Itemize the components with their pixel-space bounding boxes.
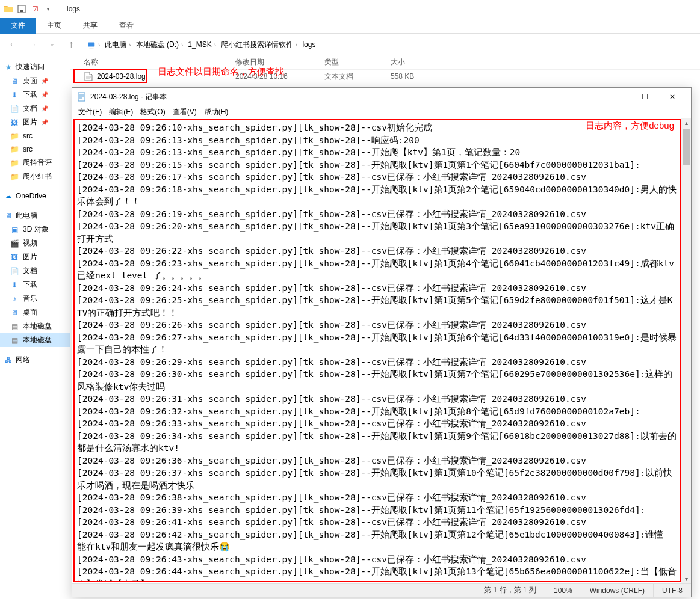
folder-icon: 📁 [10, 158, 19, 168]
breadcrumb-segment[interactable]: 爬小红书搜索详情软件› [218, 40, 300, 50]
sidebar-item-drive[interactable]: ▤本地磁盘 [0, 319, 70, 333]
tab-view[interactable]: 查看 [108, 18, 144, 34]
cube-icon: ▣ [10, 225, 19, 235]
sidebar-network[interactable]: 🖧网络 [0, 353, 70, 367]
qat-dropdown-icon[interactable]: ▾ [42, 3, 54, 15]
qat-check-icon[interactable]: ☑ [29, 3, 41, 15]
folder-icon: 📁 [10, 172, 19, 182]
sidebar-item-pictures[interactable]: 🖼图片 [0, 250, 70, 264]
ribbon-tabs: 文件 主页 共享 查看 [0, 18, 700, 34]
file-date: 2024/3/28 10:16 [231, 72, 320, 81]
sidebar-item-documents[interactable]: 📄文档 [0, 264, 70, 278]
breadcrumb[interactable]: › 此电脑› 本地磁盘 (D:)› 1_MSK› 爬小红书搜索详情软件› log… [82, 37, 695, 52]
notepad-titlebar[interactable]: 2024-03-28.log - 记事本 ─ ☐ ✕ [72, 88, 691, 106]
sidebar-quick-access[interactable]: ★ 快速访问 [0, 60, 70, 74]
sidebar-item-pictures[interactable]: 🖼图片📌 [0, 115, 70, 129]
pin-icon: 📌 [41, 78, 48, 84]
column-date[interactable]: 修改日期 [231, 57, 320, 67]
breadcrumb-segment[interactable]: 本地磁盘 (D:)› [134, 40, 186, 50]
explorer-titlebar: ☑ ▾ logs [0, 0, 700, 18]
close-button[interactable]: ✕ [658, 88, 686, 106]
menu-format[interactable]: 格式(O) [137, 107, 169, 117]
nav-forward-button[interactable]: → [24, 36, 41, 53]
download-icon: ⬇ [10, 90, 19, 100]
folder-icon [2, 3, 14, 15]
sidebar-item-music[interactable]: ♪音乐 [0, 292, 70, 306]
sidebar-item-desktop[interactable]: 🖥桌面 [0, 306, 70, 319]
sidebar-item-videos[interactable]: 🎬视频 [0, 236, 70, 250]
desktop-icon: 🖥 [10, 308, 19, 318]
breadcrumb-segment[interactable]: 此电脑› [102, 40, 133, 50]
sidebar-item-folder[interactable]: 📁爬小红书 [0, 170, 70, 183]
drive-icon: ▤ [10, 336, 19, 345]
divider [58, 4, 58, 14]
column-name[interactable]: 名称 [79, 57, 231, 67]
breadcrumb-segment[interactable]: 1_MSK› [185, 40, 218, 49]
pc-icon: 🖥 [4, 211, 13, 221]
scroll-thumb[interactable] [683, 129, 690, 165]
file-type: 文本文档 [320, 72, 386, 82]
folder-icon: 📁 [10, 144, 19, 154]
sidebar-item-desktop[interactable]: 🖥桌面📌 [0, 74, 70, 88]
pin-icon: 📌 [41, 105, 48, 112]
scroll-down-button[interactable]: ▾ [681, 574, 691, 583]
tab-share[interactable]: 共享 [72, 18, 108, 34]
sidebar-item-drive[interactable]: ▤本地磁盘 [0, 333, 70, 347]
cloud-icon: ☁ [4, 191, 13, 201]
column-size[interactable]: 大小 [386, 57, 446, 67]
status-position: 第 1 行，第 1 列 [475, 584, 545, 597]
file-size: 558 KB [386, 72, 446, 81]
scroll-up-button[interactable]: ▴ [681, 118, 691, 127]
sidebar-item-documents[interactable]: 📄文档📌 [0, 102, 70, 115]
tab-home[interactable]: 主页 [36, 18, 72, 34]
music-icon: ♪ [10, 294, 19, 304]
picture-icon: 🖼 [10, 118, 19, 127]
sidebar-item-downloads[interactable]: ⬇下载📌 [0, 88, 70, 102]
sidebar: ★ 快速访问 🖥桌面📌 ⬇下载📌 📄文档📌 🖼图片📌 📁src 📁src 📁爬抖… [0, 55, 70, 597]
column-headers: 名称 修改日期 类型 大小 [70, 55, 700, 70]
download-icon: ⬇ [10, 280, 19, 290]
tab-file[interactable]: 文件 [0, 18, 36, 34]
menu-edit[interactable]: 编辑(E) [105, 107, 137, 117]
menu-file[interactable]: 文件(F) [75, 107, 105, 117]
nav-up-button[interactable]: ↑ [63, 36, 79, 53]
sidebar-item-folder[interactable]: 📁src [0, 143, 70, 156]
document-icon: 📄 [10, 266, 19, 276]
svg-rect-3 [90, 48, 94, 48]
star-icon: ★ [4, 63, 13, 72]
sidebar-item-downloads[interactable]: ⬇下载 [0, 278, 70, 292]
menu-help[interactable]: 帮助(H) [200, 107, 232, 117]
nav-back-button[interactable]: ← [5, 36, 22, 53]
sidebar-item-folder[interactable]: 📁src [0, 129, 70, 143]
notepad-text-content[interactable]: [2024-03-28 09:26:10-xhs_search_spider.p… [73, 119, 681, 582]
text-file-icon [84, 72, 93, 81]
nav-recent-dropdown[interactable]: ▾ [43, 36, 60, 53]
file-row[interactable]: 2024-03-28.log 2024/3/28 10:16 文本文档 558 … [70, 70, 700, 83]
breadcrumb-segment[interactable]: logs [300, 40, 318, 49]
document-icon: 📄 [10, 104, 19, 114]
pin-icon: 📌 [41, 119, 48, 126]
notepad-window: 2024-03-28.log - 记事本 ─ ☐ ✕ 文件(F) 编辑(E) 格… [72, 87, 692, 597]
scrollbar-vertical[interactable]: ▴ ▾ [681, 118, 691, 583]
sidebar-item-3d[interactable]: ▣3D 对象 [0, 223, 70, 236]
sidebar-item-folder[interactable]: 📁爬抖音评 [0, 156, 70, 170]
qat-save-icon[interactable] [16, 3, 28, 15]
svg-rect-2 [88, 43, 95, 47]
menu-view[interactable]: 查看(V) [169, 107, 200, 117]
status-zoom: 100% [545, 584, 581, 597]
maximize-button[interactable]: ☐ [631, 88, 658, 106]
address-bar-row: ← → ▾ ↑ › 此电脑› 本地磁盘 (D:)› 1_MSK› 爬小红书搜索详… [0, 34, 700, 55]
notepad-statusbar: 第 1 行，第 1 列 100% Windows (CRLF) UTF-8 [72, 583, 691, 597]
sidebar-onedrive[interactable]: ☁OneDrive [0, 189, 70, 203]
notepad-content-area: 日志内容，方便debug [2024-03-28 09:26:10-xhs_se… [72, 118, 691, 583]
column-type[interactable]: 类型 [320, 57, 386, 67]
folder-icon: 📁 [10, 131, 19, 141]
notepad-menubar: 文件(F) 编辑(E) 格式(O) 查看(V) 帮助(H) [72, 106, 691, 118]
sidebar-this-pc[interactable]: 🖥此电脑 [0, 209, 70, 223]
pin-icon: 📌 [41, 91, 48, 98]
breadcrumb-root-icon[interactable]: › [85, 40, 102, 49]
desktop-icon: 🖥 [10, 76, 19, 86]
video-icon: 🎬 [10, 239, 19, 248]
minimize-button[interactable]: ─ [603, 88, 631, 106]
status-encoding: UTF-8 [653, 584, 691, 597]
